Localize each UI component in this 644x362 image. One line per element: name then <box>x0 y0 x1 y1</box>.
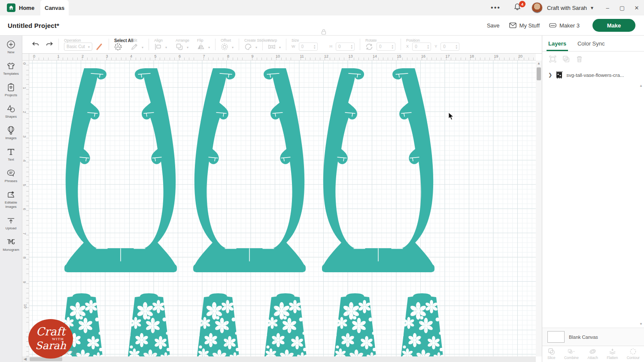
vertical-scroll-thumb[interactable] <box>537 67 541 80</box>
redo-icon[interactable] <box>46 41 53 48</box>
more-menu-button[interactable]: ••• <box>484 4 507 12</box>
align-menu[interactable]: Align ▾ <box>150 36 171 53</box>
width-input[interactable]: ▲▼ <box>299 43 318 51</box>
notification-badge: 4 <box>519 1 526 7</box>
canvas-grid[interactable] <box>29 61 536 362</box>
rotate-input[interactable]: ▲▼ <box>377 43 395 51</box>
sidebar-item-projects[interactable]: Projects <box>0 83 22 97</box>
vase-stand-shape-1[interactable] <box>64 68 178 273</box>
design-canvas[interactable]: 01234567891011121314151617181920 0123456… <box>22 54 542 362</box>
panel-scroll-down-icon[interactable]: ▼ <box>639 322 643 326</box>
sidebar-item-new[interactable]: New <box>0 40 22 55</box>
avatar[interactable] <box>532 2 543 13</box>
project-title[interactable]: Untitled Project* <box>8 22 59 29</box>
home-tab[interactable]: Home <box>0 0 40 15</box>
sidebar-item-templates[interactable]: Templates <box>0 61 22 76</box>
height-input[interactable]: ▲▼ <box>336 43 355 51</box>
flower-panel-shape-3[interactable] <box>192 293 244 362</box>
layer-list: ❯ svg-tall-vase-flowers-cra... ▲ ▼ <box>542 67 644 328</box>
flatten-button[interactable]: Flatten <box>607 348 618 360</box>
color-swatch-icon[interactable] <box>96 43 103 51</box>
create-sticker-menu[interactable]: Create Sticker ▾ <box>240 36 261 53</box>
vertical-scrollbar[interactable]: ▲ <box>536 61 542 356</box>
vase-stand-shape-2[interactable] <box>192 68 307 273</box>
tab-layers[interactable]: Layers <box>548 36 566 51</box>
flower-panel-shape-5[interactable] <box>329 293 381 362</box>
warp-icon <box>268 43 276 51</box>
machine-label: Maker 3 <box>559 22 580 29</box>
blank-canvas-swatch[interactable] <box>547 331 565 343</box>
flower-panel-shape-4[interactable] <box>259 293 312 362</box>
craft-with-sarah-logo: Craft with Sarah <box>28 319 73 359</box>
select-all-button[interactable]: Select All <box>110 36 126 53</box>
stepper-icon[interactable]: ▲▼ <box>350 44 354 49</box>
sidebar-item-editable-images[interactable]: Editable Images <box>0 190 22 209</box>
sidebar-item-upload[interactable]: Upload <box>0 216 22 231</box>
undo-icon[interactable] <box>32 41 39 48</box>
attach-button[interactable]: Attach <box>588 348 598 360</box>
sidebar-item-images[interactable]: Images <box>0 126 22 140</box>
delete-icon[interactable] <box>576 55 583 63</box>
blank-canvas-row[interactable]: Blank Canvas <box>542 328 644 346</box>
sidebar-item-shapes[interactable]: Shapes <box>0 104 22 119</box>
vase-stand-shape-3[interactable] <box>321 68 435 273</box>
close-button[interactable]: ✕ <box>629 5 644 11</box>
x-input[interactable]: ▲▼ <box>412 43 431 51</box>
chevron-down-icon[interactable]: ▼ <box>590 6 594 10</box>
arrange-menu[interactable]: Arrange ▾ <box>171 36 193 53</box>
expand-chevron-icon[interactable]: ❯ <box>548 72 552 78</box>
upload-icon <box>6 216 15 225</box>
arrange-icon <box>176 43 183 51</box>
stepper-icon[interactable]: ▲▼ <box>427 44 431 49</box>
y-label: Y <box>434 44 437 49</box>
scroll-up-icon[interactable]: ▲ <box>537 61 541 65</box>
shapes-icon <box>6 104 15 113</box>
scroll-left-icon[interactable]: ◀ <box>24 357 27 361</box>
offset-icon <box>221 43 228 51</box>
operation-group: Operation Basic Cut ▾ <box>60 36 108 53</box>
new-icon <box>6 40 15 49</box>
stepper-icon[interactable]: ▲▼ <box>391 44 395 49</box>
sidebar-item-phrases[interactable]: Phrases <box>0 169 22 183</box>
contour-button[interactable]: Contour <box>627 348 640 360</box>
pencil-icon <box>131 43 138 51</box>
minimize-button[interactable]: – <box>600 5 615 11</box>
combine-button[interactable]: Combine <box>564 348 579 360</box>
save-button[interactable]: Save <box>487 22 500 29</box>
operation-select[interactable]: Basic Cut ▾ <box>64 43 92 51</box>
panel-scroll-up-icon[interactable]: ▲ <box>639 84 643 88</box>
stepper-icon[interactable]: ▲▼ <box>455 44 459 49</box>
machine-selector[interactable]: Maker 3 <box>549 22 580 29</box>
layer-row[interactable]: ❯ svg-tall-vase-flowers-cra... <box>542 67 644 83</box>
position-group: Position X ▲▼ Y ▲▼ <box>402 36 464 53</box>
flower-panel-shape-2[interactable] <box>123 293 175 362</box>
warp-menu[interactable]: Warp ▾ <box>264 36 285 53</box>
x-label: X <box>406 44 409 49</box>
sidebar-item-label: Shapes <box>5 115 17 119</box>
offset-menu[interactable]: Offset ▾ <box>216 36 238 53</box>
make-button[interactable]: Make <box>592 19 635 32</box>
user-name[interactable]: Craft with Sarah <box>547 5 587 11</box>
slice-button[interactable]: Slice <box>547 348 555 360</box>
maximize-button[interactable]: ▢ <box>615 5 629 11</box>
sidebar-item-text[interactable]: Text <box>0 147 22 162</box>
horizontal-scrollbar[interactable]: ◀ <box>22 356 536 362</box>
duplicate-icon[interactable] <box>562 55 570 63</box>
my-stuff-button[interactable]: My Stuff <box>509 22 540 29</box>
stepper-icon[interactable]: ▲▼ <box>313 44 317 49</box>
flower-panel-shape-6[interactable] <box>396 293 448 362</box>
rotate-group: Rotate ▲▼ <box>361 36 400 53</box>
flip-menu[interactable]: Flip ▾ <box>193 36 214 53</box>
canvas-tab[interactable]: Canvas <box>40 0 69 15</box>
operation-label: Operation <box>64 38 81 43</box>
notifications-button[interactable]: 4 <box>507 3 527 12</box>
sidebar-item-monogram[interactable]: Monogram <box>0 237 22 252</box>
warp-label: Warp <box>268 38 277 43</box>
lock-icon[interactable] <box>321 29 326 35</box>
edit-menu[interactable]: Edit ▾ <box>126 36 148 53</box>
group-icon[interactable] <box>549 55 556 63</box>
mouse-cursor <box>448 112 454 121</box>
tab-color-sync[interactable]: Color Sync <box>577 36 605 51</box>
sidebar-item-label: Projects <box>5 93 17 97</box>
y-input[interactable]: ▲▼ <box>440 43 459 51</box>
